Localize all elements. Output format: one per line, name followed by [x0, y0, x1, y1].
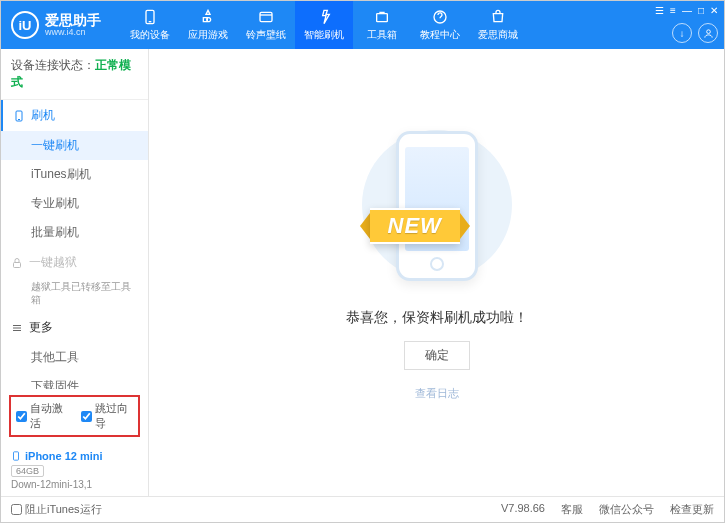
skip-guide-label: 跳过向导 — [95, 401, 134, 431]
nav-tools[interactable]: 工具箱 — [353, 1, 411, 49]
logo-text: 爱思助手 — [45, 13, 101, 27]
device-name[interactable]: iPhone 12 mini — [11, 449, 138, 463]
svg-rect-3 — [377, 13, 388, 21]
sidebar-item[interactable]: 专业刷机 — [1, 189, 148, 218]
svg-rect-12 — [14, 452, 19, 460]
sidebar-item[interactable]: iTunes刷机 — [1, 160, 148, 189]
options-box: 自动激活 跳过向导 — [9, 395, 140, 437]
view-log-link[interactable]: 查看日志 — [415, 386, 459, 401]
list-icon[interactable]: ≡ — [670, 5, 676, 16]
nav-label: 应用游戏 — [188, 28, 228, 42]
window-controls: ☰ ≡ — □ ✕ — [655, 5, 718, 16]
version-label: V7.98.66 — [501, 502, 545, 517]
auto-activate-label: 自动激活 — [30, 401, 69, 431]
wechat-link[interactable]: 微信公众号 — [599, 502, 654, 517]
jailbreak-note: 越狱工具已转移至工具箱 — [1, 278, 148, 312]
svg-rect-2 — [260, 12, 272, 21]
nav-apps[interactable]: 应用游戏 — [179, 1, 237, 49]
phone-icon — [13, 110, 25, 122]
logo-url: www.i4.cn — [45, 27, 101, 37]
device-info: iPhone 12 mini 64GB Down-12mini-13,1 — [1, 443, 148, 496]
customer-service-link[interactable]: 客服 — [561, 502, 583, 517]
lock-icon — [11, 257, 23, 269]
device-icon — [141, 9, 159, 25]
block-itunes-checkbox[interactable]: 阻止iTunes运行 — [11, 502, 102, 517]
sidebar: 设备连接状态：正常模式 刷机 一键刷机iTunes刷机专业刷机批量刷机 一键越狱… — [1, 49, 149, 496]
maximize-icon[interactable]: □ — [698, 5, 704, 16]
nav-label: 爱思商城 — [478, 28, 518, 42]
sidebar-section-more[interactable]: 更多 — [1, 312, 148, 343]
main-content: NEW 恭喜您，保资料刷机成功啦！ 确定 查看日志 — [149, 49, 724, 496]
sidebar-item[interactable]: 批量刷机 — [1, 218, 148, 247]
title-bar: iU 爱思助手 www.i4.cn 我的设备应用游戏铃声壁纸智能刷机工具箱教程中… — [1, 1, 724, 49]
check-update-link[interactable]: 检查更新 — [670, 502, 714, 517]
user-button[interactable] — [698, 23, 718, 43]
phone-icon — [11, 449, 21, 463]
nav-label: 我的设备 — [130, 28, 170, 42]
shop-icon — [489, 9, 507, 25]
device-model: Down-12mini-13,1 — [11, 479, 138, 490]
menu-icon — [11, 322, 23, 334]
sidebar-section-flash[interactable]: 刷机 — [1, 100, 148, 131]
sidebar-jailbreak-label: 一键越狱 — [29, 254, 77, 271]
nav-label: 教程中心 — [420, 28, 460, 42]
success-message: 恭喜您，保资料刷机成功啦！ — [346, 309, 528, 327]
sidebar-flash-label: 刷机 — [31, 107, 55, 124]
nav-label: 工具箱 — [367, 28, 397, 42]
flash-icon — [315, 9, 333, 25]
confirm-button[interactable]: 确定 — [404, 341, 470, 370]
status-label: 设备连接状态： — [11, 58, 95, 72]
app-logo: iU 爱思助手 www.i4.cn — [1, 11, 111, 39]
nav-help[interactable]: 教程中心 — [411, 1, 469, 49]
logo-icon: iU — [11, 11, 39, 39]
close-icon[interactable]: ✕ — [710, 5, 718, 16]
nav-label: 智能刷机 — [304, 28, 344, 42]
tools-icon — [373, 9, 391, 25]
footer-bar: 阻止iTunes运行 V7.98.66 客服 微信公众号 检查更新 — [1, 496, 724, 522]
nav-media[interactable]: 铃声壁纸 — [237, 1, 295, 49]
apps-icon — [199, 9, 217, 25]
sidebar-section-jailbreak[interactable]: 一键越狱 — [1, 247, 148, 278]
nav-shop[interactable]: 爱思商城 — [469, 1, 527, 49]
sidebar-item[interactable]: 一键刷机 — [1, 131, 148, 160]
media-icon — [257, 9, 275, 25]
nav-label: 铃声壁纸 — [246, 28, 286, 42]
nav-device[interactable]: 我的设备 — [121, 1, 179, 49]
sidebar-more-label: 更多 — [29, 319, 53, 336]
minimize-icon[interactable]: — — [682, 5, 692, 16]
svg-point-5 — [706, 29, 710, 33]
new-banner: NEW — [360, 203, 470, 249]
download-button[interactable]: ↓ — [672, 23, 692, 43]
auto-activate-checkbox[interactable]: 自动激活 — [16, 401, 69, 431]
success-illustration: NEW — [372, 125, 502, 285]
sidebar-item[interactable]: 其他工具 — [1, 343, 148, 372]
svg-rect-8 — [14, 262, 21, 267]
nav-flash[interactable]: 智能刷机 — [295, 1, 353, 49]
settings-icon[interactable]: ☰ — [655, 5, 664, 16]
connection-status: 设备连接状态：正常模式 — [1, 49, 148, 100]
block-itunes-label: 阻止iTunes运行 — [25, 502, 102, 517]
main-nav: 我的设备应用游戏铃声壁纸智能刷机工具箱教程中心爱思商城 — [121, 1, 527, 49]
help-icon — [431, 9, 449, 25]
sidebar-item[interactable]: 下载固件 — [1, 372, 148, 389]
device-capacity: 64GB — [11, 465, 44, 477]
skip-guide-checkbox[interactable]: 跳过向导 — [81, 401, 134, 431]
